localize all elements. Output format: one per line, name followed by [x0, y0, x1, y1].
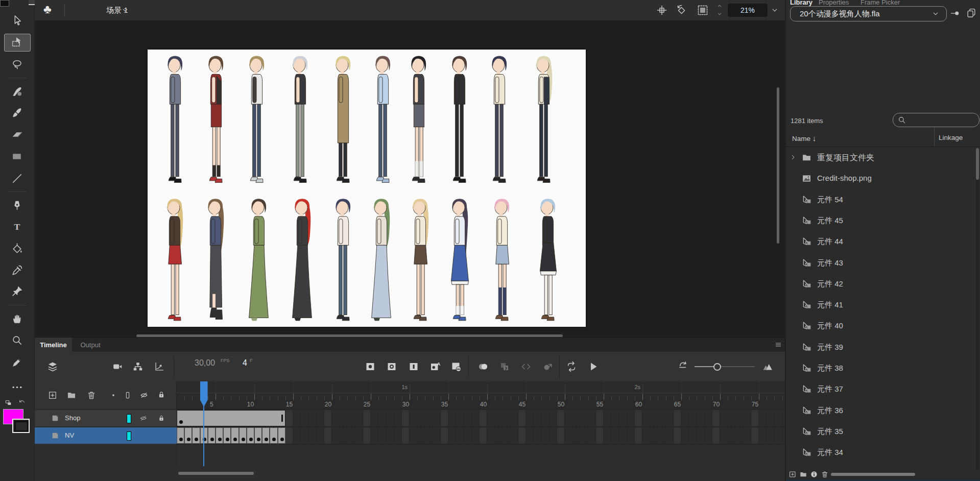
timeline-h-scrollbar[interactable] — [178, 472, 254, 475]
keyframe-cell[interactable] — [239, 427, 247, 444]
new-symbol-icon[interactable] — [788, 470, 797, 478]
play-button-icon[interactable] — [587, 360, 600, 373]
keyframe-cell[interactable] — [278, 427, 285, 444]
classic-brush-tool-icon[interactable] — [11, 106, 23, 119]
layer-color-swatch[interactable] — [127, 414, 131, 423]
zoom-level-input[interactable]: 21% — [728, 4, 768, 17]
library-item-row[interactable]: 元件 35 — [786, 421, 975, 442]
zoom-tool-icon[interactable] — [11, 334, 23, 347]
timeline-menu-icon[interactable] — [774, 341, 782, 348]
character-figure-16[interactable] — [365, 196, 397, 325]
keyframe-cell[interactable] — [223, 427, 231, 444]
keyframe-cell[interactable] — [270, 427, 277, 444]
new-layer-icon[interactable] — [47, 390, 58, 400]
insert-keyframe-icon[interactable] — [364, 360, 376, 373]
more-tools-tool-icon[interactable] — [11, 381, 23, 394]
remove-frames-icon[interactable] — [450, 360, 462, 373]
lasso-tool-icon[interactable] — [11, 58, 23, 71]
character-figure-5[interactable] — [327, 53, 358, 187]
new-library-panel-icon[interactable] — [966, 7, 977, 18]
reset-timeline-zoom-icon[interactable] — [677, 360, 689, 373]
library-item-row[interactable]: 元件 54 — [786, 189, 975, 210]
eraser-tool-icon[interactable] — [11, 128, 23, 141]
tab-output[interactable]: Output — [72, 338, 109, 352]
character-figure-7[interactable] — [402, 53, 434, 187]
stage-area[interactable] — [35, 20, 785, 337]
selection-tool-icon[interactable] — [11, 14, 23, 27]
clip-content-icon[interactable] — [697, 4, 709, 16]
stroke-color-swatch[interactable] — [12, 419, 30, 433]
pen-tool-icon[interactable] — [11, 199, 23, 211]
frame-grid-row-Shop[interactable] — [177, 410, 785, 426]
layer-lock-icon[interactable] — [157, 414, 165, 423]
lock-all-icon[interactable] — [157, 390, 166, 400]
library-document-select[interactable]: 20个动漫多视角人物.fla — [790, 6, 947, 21]
character-figure-2[interactable] — [200, 53, 231, 187]
library-item-row[interactable]: 元件 34 — [786, 442, 975, 463]
pencil-tool-icon[interactable] — [11, 356, 23, 369]
frame-grid-row-NV[interactable] — [177, 427, 785, 444]
library-item-row[interactable]: 元件 44 — [786, 231, 975, 252]
delete-layer-icon[interactable] — [86, 390, 97, 401]
eyedropper-tool-icon[interactable] — [11, 264, 23, 277]
library-item-row[interactable]: 元件 37 — [786, 379, 975, 400]
pin-library-icon[interactable] — [949, 8, 961, 18]
rotate-hand-icon[interactable] — [675, 4, 687, 16]
library-item-row[interactable]: 元件 36 — [786, 400, 975, 421]
tab-timeline[interactable]: Timeline — [35, 338, 72, 352]
character-figure-10[interactable] — [528, 53, 559, 187]
new-folder-icon[interactable] — [799, 470, 808, 478]
delete-item-icon[interactable] — [821, 470, 829, 479]
fps-value[interactable]: 30,00 — [195, 358, 215, 368]
keyframe-cell[interactable] — [262, 427, 270, 444]
paint-bucket-tool-icon[interactable] — [11, 243, 23, 255]
layer-row-Shop[interactable]: Shop — [35, 410, 177, 426]
keyframe-cell[interactable] — [184, 427, 192, 444]
library-search-input[interactable] — [893, 113, 979, 127]
library-item-row[interactable]: 元件 41 — [786, 295, 975, 316]
character-figure-8[interactable] — [443, 53, 475, 187]
keyframe-cell[interactable] — [208, 427, 216, 444]
character-figure-20[interactable] — [532, 196, 563, 325]
club-document-icon[interactable]: ♣ — [43, 2, 52, 16]
layer-color-swatch[interactable] — [127, 431, 131, 441]
parenting-view-icon[interactable] — [132, 361, 144, 372]
character-figure-11[interactable] — [158, 196, 190, 325]
onion-skin-icon[interactable] — [476, 360, 490, 373]
library-item-row[interactable]: Credit-shop.png — [786, 168, 975, 189]
keyframe-cell[interactable] — [177, 427, 184, 444]
library-column-name[interactable]: Name ↓ — [792, 134, 816, 142]
insert-blank-keyframe-icon[interactable] — [386, 360, 398, 373]
loop-playback-icon[interactable] — [565, 360, 578, 373]
expand-chevron-right-icon[interactable] — [789, 153, 797, 161]
stage-v-scrollbar[interactable] — [777, 87, 779, 244]
library-h-scrollbar[interactable] — [831, 473, 915, 476]
zoom-step-up-icon[interactable] — [715, 3, 724, 9]
fluid-brush-tool-icon[interactable] — [11, 85, 23, 98]
character-figure-12[interactable] — [199, 196, 231, 325]
move-keyframe-icon[interactable] — [542, 360, 554, 373]
jump-keyframes-icon[interactable] — [520, 360, 532, 373]
character-figure-9[interactable] — [483, 53, 515, 187]
keyframe-cell[interactable] — [254, 427, 262, 444]
edit-multiple-frames-icon[interactable] — [498, 360, 511, 373]
hide-all-icon[interactable] — [139, 391, 149, 400]
character-figure-3[interactable] — [241, 53, 272, 187]
scene-chevron-down-icon[interactable] — [121, 6, 130, 15]
layer-hidden-eye-slash-icon[interactable] — [139, 414, 148, 422]
camera-icon[interactable] — [111, 361, 124, 372]
tab-properties[interactable]: Properties — [819, 0, 849, 6]
character-figure-6[interactable] — [367, 53, 398, 187]
current-frame-value[interactable]: 4 — [243, 358, 247, 368]
tab-library[interactable]: Library — [790, 0, 812, 6]
keyframe-cell[interactable] — [231, 427, 238, 444]
highlight-column-icon[interactable] — [109, 391, 117, 399]
library-item-row[interactable]: 元件 39 — [786, 337, 975, 358]
rectangle-tool-icon[interactable] — [11, 150, 23, 163]
undo-small-icon[interactable] — [17, 399, 27, 407]
zoom-chevron-down-icon[interactable] — [770, 6, 779, 15]
timeline-zoom-knob[interactable] — [713, 363, 721, 371]
character-figure-18[interactable] — [443, 196, 475, 325]
text-tool-icon[interactable]: T — [11, 221, 23, 233]
library-item-row[interactable]: 重复项目文件夹 — [786, 147, 975, 168]
